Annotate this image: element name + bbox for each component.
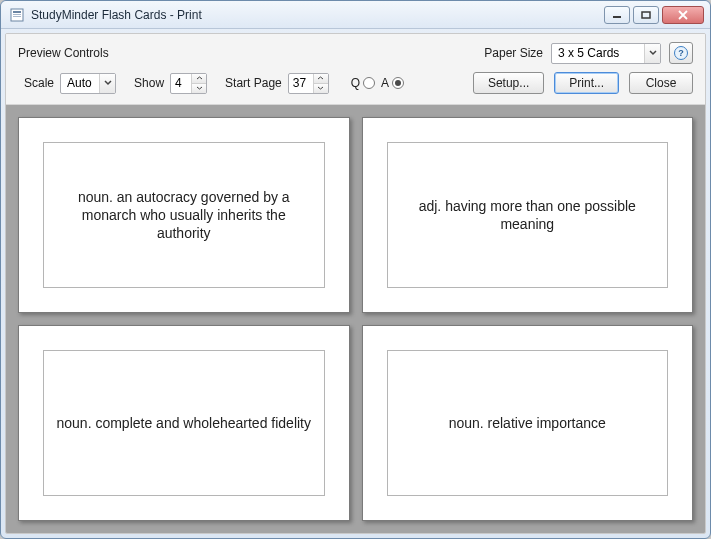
q-radio-group: Q xyxy=(351,76,375,90)
start-page-label: Start Page xyxy=(225,76,282,90)
preview-card: adj. having more than one possible meani… xyxy=(362,117,694,313)
start-page-spinner[interactable]: 37 xyxy=(288,73,329,94)
client-area: Preview Controls Paper Size 3 x 5 Cards … xyxy=(5,33,706,534)
show-value: 4 xyxy=(171,74,191,93)
app-window: StudyMinder Flash Cards - Print Preview … xyxy=(0,0,711,539)
controls-row-1: Preview Controls Paper Size 3 x 5 Cards … xyxy=(18,42,693,64)
paper-size-select[interactable]: 3 x 5 Cards xyxy=(551,43,661,64)
a-radio[interactable] xyxy=(392,77,404,89)
maximize-button[interactable] xyxy=(633,6,659,24)
svg-rect-2 xyxy=(13,14,21,15)
preview-controls-label: Preview Controls xyxy=(18,46,484,60)
controls-panel: Preview Controls Paper Size 3 x 5 Cards … xyxy=(6,34,705,105)
svg-rect-5 xyxy=(642,12,650,18)
start-page-spinner-down[interactable] xyxy=(314,83,328,93)
minimize-button[interactable] xyxy=(604,6,630,24)
help-button[interactable]: ? xyxy=(669,42,693,64)
preview-card: noun. complete and wholehearted fidelity xyxy=(18,325,350,521)
show-spinner-down[interactable] xyxy=(192,83,206,93)
svg-text:?: ? xyxy=(678,48,684,58)
a-radio-group: A xyxy=(381,76,404,90)
paper-size-value: 3 x 5 Cards xyxy=(552,46,644,60)
a-label: A xyxy=(381,76,389,90)
app-icon xyxy=(9,7,25,23)
start-page-value: 37 xyxy=(289,74,313,93)
card-text: noun. relative importance xyxy=(387,350,669,496)
print-button[interactable]: Print... xyxy=(554,72,619,94)
svg-rect-4 xyxy=(613,16,621,18)
window-title: StudyMinder Flash Cards - Print xyxy=(31,8,604,22)
paper-size-label: Paper Size xyxy=(484,46,543,60)
close-window-button[interactable] xyxy=(662,6,704,24)
card-text: adj. having more than one possible meani… xyxy=(387,142,669,288)
close-button[interactable]: Close xyxy=(629,72,693,94)
card-text: noun. an autocracy governed by a monarch… xyxy=(43,142,325,288)
show-spinner[interactable]: 4 xyxy=(170,73,207,94)
card-text: noun. complete and wholehearted fidelity xyxy=(43,350,325,496)
controls-row-2: Scale Auto Show 4 xyxy=(18,72,693,94)
show-label: Show xyxy=(134,76,164,90)
preview-area: noun. an autocracy governed by a monarch… xyxy=(6,105,705,533)
preview-card: noun. relative importance xyxy=(362,325,694,521)
chevron-down-icon xyxy=(99,74,115,93)
svg-rect-1 xyxy=(13,11,21,13)
show-spinner-up[interactable] xyxy=(192,74,206,83)
q-label: Q xyxy=(351,76,360,90)
setup-button[interactable]: Setup... xyxy=(473,72,544,94)
preview-card: noun. an autocracy governed by a monarch… xyxy=(18,117,350,313)
start-page-spinner-up[interactable] xyxy=(314,74,328,83)
scale-label: Scale xyxy=(24,76,54,90)
q-radio[interactable] xyxy=(363,77,375,89)
scale-value: Auto xyxy=(61,76,99,90)
svg-rect-3 xyxy=(13,16,21,17)
chevron-down-icon xyxy=(644,44,660,63)
titlebar: StudyMinder Flash Cards - Print xyxy=(1,1,710,29)
window-buttons xyxy=(604,6,704,24)
scale-select[interactable]: Auto xyxy=(60,73,116,94)
